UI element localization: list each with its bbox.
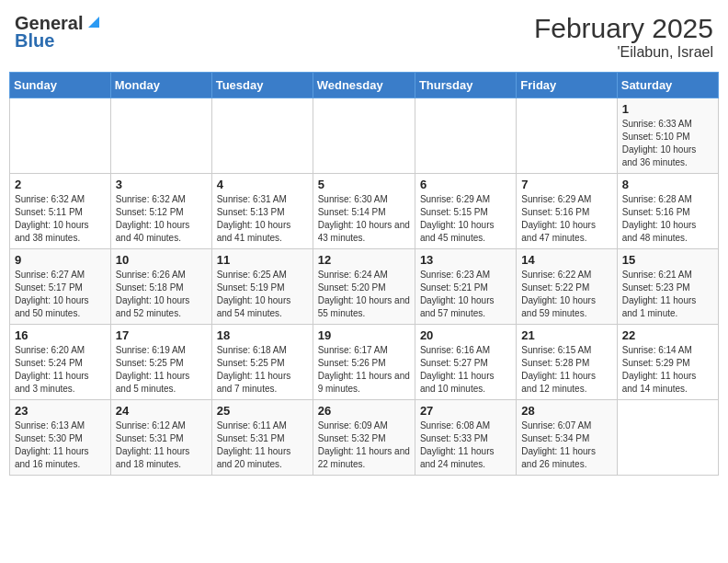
- day-info: Sunrise: 6:27 AM Sunset: 5:17 PM Dayligh…: [15, 269, 106, 320]
- calendar-cell: 14Sunrise: 6:22 AM Sunset: 5:22 PM Dayli…: [517, 249, 617, 325]
- day-info: Sunrise: 6:07 AM Sunset: 5:34 PM Dayligh…: [521, 419, 611, 471]
- day-number: 7: [521, 178, 611, 191]
- location-title: 'Eilabun, Israel: [534, 44, 713, 61]
- calendar-cell: [617, 400, 718, 476]
- logo: General Blue: [15, 13, 103, 52]
- day-number: 22: [622, 328, 713, 342]
- day-info: Sunrise: 6:20 AM Sunset: 5:24 PM Dayligh…: [15, 344, 106, 396]
- day-info: Sunrise: 6:23 AM Sunset: 5:21 PM Dayligh…: [420, 269, 511, 320]
- calendar-cell: [211, 98, 313, 174]
- logo-icon: [85, 13, 103, 31]
- day-number: 13: [420, 253, 511, 267]
- day-info: Sunrise: 6:14 AM Sunset: 5:29 PM Dayligh…: [622, 344, 713, 396]
- day-info: Sunrise: 6:13 AM Sunset: 5:30 PM Dayligh…: [15, 419, 106, 471]
- calendar-cell: 22Sunrise: 6:14 AM Sunset: 5:29 PM Dayli…: [617, 325, 718, 400]
- calendar-cell: 3Sunrise: 6:32 AM Sunset: 5:12 PM Daylig…: [110, 174, 211, 249]
- day-number: 2: [15, 178, 106, 191]
- calendar-table: SundayMondayTuesdayWednesdayThursdayFrid…: [9, 72, 719, 476]
- day-info: Sunrise: 6:12 AM Sunset: 5:31 PM Dayligh…: [116, 419, 207, 471]
- calendar-week-1: 1Sunrise: 6:33 AM Sunset: 5:10 PM Daylig…: [10, 98, 719, 174]
- day-number: 17: [116, 328, 207, 342]
- calendar-header-row: SundayMondayTuesdayWednesdayThursdayFrid…: [10, 73, 719, 98]
- month-year-title: February 2025: [534, 13, 713, 44]
- day-number: 5: [318, 178, 410, 191]
- day-info: Sunrise: 6:08 AM Sunset: 5:33 PM Dayligh…: [420, 419, 511, 471]
- day-info: Sunrise: 6:22 AM Sunset: 5:22 PM Dayligh…: [521, 269, 611, 320]
- calendar-cell: 27Sunrise: 6:08 AM Sunset: 5:33 PM Dayli…: [415, 400, 516, 476]
- day-info: Sunrise: 6:15 AM Sunset: 5:28 PM Dayligh…: [521, 344, 611, 396]
- day-number: 19: [318, 328, 410, 342]
- calendar-week-5: 23Sunrise: 6:13 AM Sunset: 5:30 PM Dayli…: [10, 400, 719, 476]
- title-block: February 2025 'Eilabun, Israel: [534, 13, 713, 61]
- day-number: 4: [217, 178, 308, 191]
- day-number: 12: [318, 253, 410, 267]
- day-number: 14: [521, 253, 611, 267]
- calendar-cell: 10Sunrise: 6:26 AM Sunset: 5:18 PM Dayli…: [110, 249, 211, 325]
- calendar-cell: [110, 98, 211, 174]
- day-number: 23: [15, 404, 106, 418]
- day-number: 15: [622, 253, 713, 267]
- calendar-cell: 7Sunrise: 6:29 AM Sunset: 5:16 PM Daylig…: [517, 174, 617, 249]
- day-info: Sunrise: 6:29 AM Sunset: 5:15 PM Dayligh…: [420, 193, 511, 245]
- day-number: 9: [15, 253, 106, 267]
- calendar-cell: 20Sunrise: 6:16 AM Sunset: 5:27 PM Dayli…: [415, 325, 516, 400]
- day-number: 21: [521, 328, 611, 342]
- day-number: 20: [420, 328, 511, 342]
- day-number: 16: [15, 328, 106, 342]
- day-info: Sunrise: 6:24 AM Sunset: 5:20 PM Dayligh…: [318, 269, 410, 320]
- day-number: 28: [521, 404, 611, 418]
- day-number: 18: [217, 328, 308, 342]
- calendar-week-3: 9Sunrise: 6:27 AM Sunset: 5:17 PM Daylig…: [10, 249, 719, 325]
- calendar-cell: 17Sunrise: 6:19 AM Sunset: 5:25 PM Dayli…: [110, 325, 211, 400]
- calendar-week-2: 2Sunrise: 6:32 AM Sunset: 5:11 PM Daylig…: [10, 174, 719, 249]
- calendar-cell: 15Sunrise: 6:21 AM Sunset: 5:23 PM Dayli…: [617, 249, 718, 325]
- day-number: 6: [420, 178, 511, 191]
- calendar-cell: [415, 98, 516, 174]
- day-info: Sunrise: 6:11 AM Sunset: 5:31 PM Dayligh…: [217, 419, 308, 471]
- day-number: 25: [217, 404, 308, 418]
- day-info: Sunrise: 6:25 AM Sunset: 5:19 PM Dayligh…: [217, 269, 308, 320]
- day-info: Sunrise: 6:30 AM Sunset: 5:14 PM Dayligh…: [318, 193, 410, 245]
- calendar-cell: 8Sunrise: 6:28 AM Sunset: 5:16 PM Daylig…: [617, 174, 718, 249]
- calendar-cell: 16Sunrise: 6:20 AM Sunset: 5:24 PM Dayli…: [10, 325, 111, 400]
- day-number: 3: [116, 178, 207, 191]
- day-number: 27: [420, 404, 511, 418]
- calendar-cell: 5Sunrise: 6:30 AM Sunset: 5:14 PM Daylig…: [313, 174, 415, 249]
- calendar-cell: 28Sunrise: 6:07 AM Sunset: 5:34 PM Dayli…: [517, 400, 617, 476]
- day-info: Sunrise: 6:16 AM Sunset: 5:27 PM Dayligh…: [420, 344, 511, 396]
- day-number: 11: [217, 253, 308, 267]
- calendar-cell: 11Sunrise: 6:25 AM Sunset: 5:19 PM Dayli…: [211, 249, 313, 325]
- day-info: Sunrise: 6:29 AM Sunset: 5:16 PM Dayligh…: [521, 193, 611, 245]
- calendar-cell: [313, 98, 415, 174]
- day-info: Sunrise: 6:17 AM Sunset: 5:26 PM Dayligh…: [318, 344, 410, 396]
- day-number: 24: [116, 404, 207, 418]
- calendar-cell: 13Sunrise: 6:23 AM Sunset: 5:21 PM Dayli…: [415, 249, 516, 325]
- day-number: 1: [622, 102, 713, 116]
- calendar-cell: 9Sunrise: 6:27 AM Sunset: 5:17 PM Daylig…: [10, 249, 111, 325]
- weekday-header-thursday: Thursday: [415, 73, 516, 98]
- day-number: 26: [318, 404, 410, 418]
- calendar-cell: 2Sunrise: 6:32 AM Sunset: 5:11 PM Daylig…: [10, 174, 111, 249]
- weekday-header-sunday: Sunday: [10, 73, 111, 98]
- weekday-header-saturday: Saturday: [617, 73, 718, 98]
- calendar-cell: 23Sunrise: 6:13 AM Sunset: 5:30 PM Dayli…: [10, 400, 111, 476]
- calendar-cell: [10, 98, 111, 174]
- day-info: Sunrise: 6:09 AM Sunset: 5:32 PM Dayligh…: [318, 419, 410, 471]
- day-info: Sunrise: 6:32 AM Sunset: 5:12 PM Dayligh…: [116, 193, 207, 245]
- calendar-cell: 24Sunrise: 6:12 AM Sunset: 5:31 PM Dayli…: [110, 400, 211, 476]
- calendar-cell: 4Sunrise: 6:31 AM Sunset: 5:13 PM Daylig…: [211, 174, 313, 249]
- calendar-cell: [517, 98, 617, 174]
- calendar-week-4: 16Sunrise: 6:20 AM Sunset: 5:24 PM Dayli…: [10, 325, 719, 400]
- weekday-header-monday: Monday: [110, 73, 211, 98]
- weekday-header-friday: Friday: [517, 73, 617, 98]
- day-info: Sunrise: 6:19 AM Sunset: 5:25 PM Dayligh…: [116, 344, 207, 396]
- day-number: 8: [622, 178, 713, 191]
- weekday-header-tuesday: Tuesday: [211, 73, 313, 98]
- calendar-cell: 18Sunrise: 6:18 AM Sunset: 5:25 PM Dayli…: [211, 325, 313, 400]
- logo-blue: Blue: [15, 30, 54, 52]
- calendar-cell: 6Sunrise: 6:29 AM Sunset: 5:15 PM Daylig…: [415, 174, 516, 249]
- day-number: 10: [116, 253, 207, 267]
- calendar-cell: 19Sunrise: 6:17 AM Sunset: 5:26 PM Dayli…: [313, 325, 415, 400]
- day-info: Sunrise: 6:18 AM Sunset: 5:25 PM Dayligh…: [217, 344, 308, 396]
- calendar-cell: 25Sunrise: 6:11 AM Sunset: 5:31 PM Dayli…: [211, 400, 313, 476]
